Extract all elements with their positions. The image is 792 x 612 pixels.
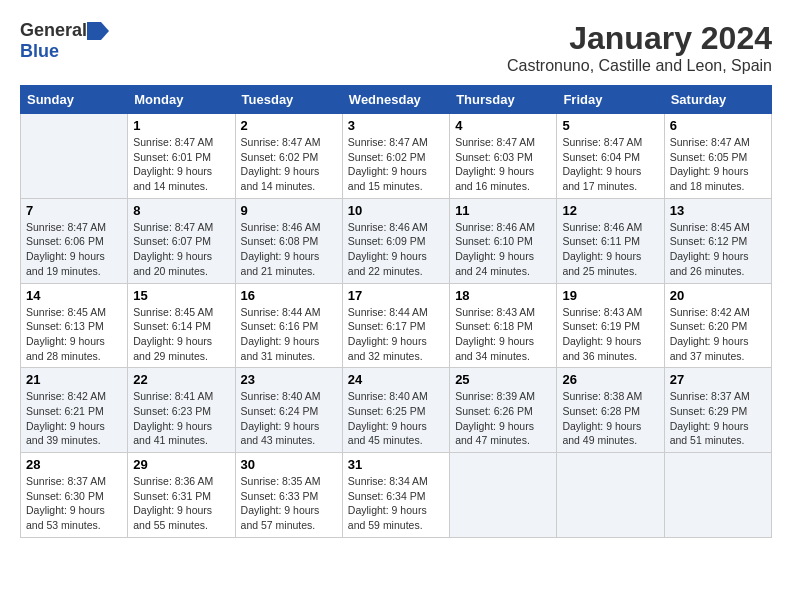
- calendar-cell: 26Sunrise: 8:38 AM Sunset: 6:28 PM Dayli…: [557, 368, 664, 453]
- day-number: 6: [670, 118, 766, 133]
- title-area: January 2024 Castronuno, Castille and Le…: [507, 20, 772, 75]
- day-info: Sunrise: 8:45 AM Sunset: 6:14 PM Dayligh…: [133, 305, 229, 364]
- day-info: Sunrise: 8:45 AM Sunset: 6:13 PM Dayligh…: [26, 305, 122, 364]
- day-number: 23: [241, 372, 337, 387]
- day-info: Sunrise: 8:47 AM Sunset: 6:01 PM Dayligh…: [133, 135, 229, 194]
- day-info: Sunrise: 8:40 AM Sunset: 6:24 PM Dayligh…: [241, 389, 337, 448]
- calendar-cell: 8Sunrise: 8:47 AM Sunset: 6:07 PM Daylig…: [128, 198, 235, 283]
- calendar-body: 1Sunrise: 8:47 AM Sunset: 6:01 PM Daylig…: [21, 114, 772, 538]
- calendar-cell: 14Sunrise: 8:45 AM Sunset: 6:13 PM Dayli…: [21, 283, 128, 368]
- calendar-cell: 11Sunrise: 8:46 AM Sunset: 6:10 PM Dayli…: [450, 198, 557, 283]
- day-number: 26: [562, 372, 658, 387]
- day-number: 8: [133, 203, 229, 218]
- header-thursday: Thursday: [450, 86, 557, 114]
- day-number: 11: [455, 203, 551, 218]
- calendar-cell: 30Sunrise: 8:35 AM Sunset: 6:33 PM Dayli…: [235, 453, 342, 538]
- day-number: 25: [455, 372, 551, 387]
- day-info: Sunrise: 8:37 AM Sunset: 6:30 PM Dayligh…: [26, 474, 122, 533]
- header-wednesday: Wednesday: [342, 86, 449, 114]
- day-info: Sunrise: 8:47 AM Sunset: 6:07 PM Dayligh…: [133, 220, 229, 279]
- logo-general-text: General: [20, 20, 87, 41]
- calendar-cell: 18Sunrise: 8:43 AM Sunset: 6:18 PM Dayli…: [450, 283, 557, 368]
- day-number: 22: [133, 372, 229, 387]
- day-info: Sunrise: 8:46 AM Sunset: 6:09 PM Dayligh…: [348, 220, 444, 279]
- week-row-1: 7Sunrise: 8:47 AM Sunset: 6:06 PM Daylig…: [21, 198, 772, 283]
- calendar-cell: 19Sunrise: 8:43 AM Sunset: 6:19 PM Dayli…: [557, 283, 664, 368]
- day-number: 3: [348, 118, 444, 133]
- month-title: January 2024: [507, 20, 772, 57]
- calendar-cell: [664, 453, 771, 538]
- day-info: Sunrise: 8:42 AM Sunset: 6:21 PM Dayligh…: [26, 389, 122, 448]
- calendar-cell: 16Sunrise: 8:44 AM Sunset: 6:16 PM Dayli…: [235, 283, 342, 368]
- day-number: 19: [562, 288, 658, 303]
- calendar-table: SundayMondayTuesdayWednesdayThursdayFrid…: [20, 85, 772, 538]
- day-number: 30: [241, 457, 337, 472]
- day-info: Sunrise: 8:46 AM Sunset: 6:08 PM Dayligh…: [241, 220, 337, 279]
- day-number: 28: [26, 457, 122, 472]
- day-info: Sunrise: 8:44 AM Sunset: 6:16 PM Dayligh…: [241, 305, 337, 364]
- day-number: 18: [455, 288, 551, 303]
- day-info: Sunrise: 8:47 AM Sunset: 6:03 PM Dayligh…: [455, 135, 551, 194]
- day-info: Sunrise: 8:40 AM Sunset: 6:25 PM Dayligh…: [348, 389, 444, 448]
- calendar-cell: 1Sunrise: 8:47 AM Sunset: 6:01 PM Daylig…: [128, 114, 235, 199]
- calendar-cell: [450, 453, 557, 538]
- calendar-cell: 9Sunrise: 8:46 AM Sunset: 6:08 PM Daylig…: [235, 198, 342, 283]
- day-number: 10: [348, 203, 444, 218]
- calendar-cell: 12Sunrise: 8:46 AM Sunset: 6:11 PM Dayli…: [557, 198, 664, 283]
- day-number: 29: [133, 457, 229, 472]
- calendar-cell: 7Sunrise: 8:47 AM Sunset: 6:06 PM Daylig…: [21, 198, 128, 283]
- day-info: Sunrise: 8:45 AM Sunset: 6:12 PM Dayligh…: [670, 220, 766, 279]
- calendar-cell: 25Sunrise: 8:39 AM Sunset: 6:26 PM Dayli…: [450, 368, 557, 453]
- day-info: Sunrise: 8:47 AM Sunset: 6:02 PM Dayligh…: [348, 135, 444, 194]
- day-info: Sunrise: 8:47 AM Sunset: 6:05 PM Dayligh…: [670, 135, 766, 194]
- day-number: 27: [670, 372, 766, 387]
- day-of-week-header: SundayMondayTuesdayWednesdayThursdayFrid…: [21, 86, 772, 114]
- calendar-cell: 24Sunrise: 8:40 AM Sunset: 6:25 PM Dayli…: [342, 368, 449, 453]
- calendar-cell: 22Sunrise: 8:41 AM Sunset: 6:23 PM Dayli…: [128, 368, 235, 453]
- calendar-cell: 21Sunrise: 8:42 AM Sunset: 6:21 PM Dayli…: [21, 368, 128, 453]
- calendar-cell: 20Sunrise: 8:42 AM Sunset: 6:20 PM Dayli…: [664, 283, 771, 368]
- logo: General Blue: [20, 20, 109, 62]
- week-row-4: 28Sunrise: 8:37 AM Sunset: 6:30 PM Dayli…: [21, 453, 772, 538]
- svg-marker-0: [87, 22, 109, 40]
- header: General Blue January 2024 Castronuno, Ca…: [20, 20, 772, 75]
- header-monday: Monday: [128, 86, 235, 114]
- day-info: Sunrise: 8:46 AM Sunset: 6:11 PM Dayligh…: [562, 220, 658, 279]
- day-info: Sunrise: 8:36 AM Sunset: 6:31 PM Dayligh…: [133, 474, 229, 533]
- day-info: Sunrise: 8:38 AM Sunset: 6:28 PM Dayligh…: [562, 389, 658, 448]
- header-tuesday: Tuesday: [235, 86, 342, 114]
- day-number: 13: [670, 203, 766, 218]
- day-info: Sunrise: 8:46 AM Sunset: 6:10 PM Dayligh…: [455, 220, 551, 279]
- day-info: Sunrise: 8:47 AM Sunset: 6:06 PM Dayligh…: [26, 220, 122, 279]
- calendar-cell: [21, 114, 128, 199]
- calendar-cell: 29Sunrise: 8:36 AM Sunset: 6:31 PM Dayli…: [128, 453, 235, 538]
- day-number: 14: [26, 288, 122, 303]
- week-row-3: 21Sunrise: 8:42 AM Sunset: 6:21 PM Dayli…: [21, 368, 772, 453]
- calendar-cell: 6Sunrise: 8:47 AM Sunset: 6:05 PM Daylig…: [664, 114, 771, 199]
- day-number: 7: [26, 203, 122, 218]
- week-row-2: 14Sunrise: 8:45 AM Sunset: 6:13 PM Dayli…: [21, 283, 772, 368]
- calendar-cell: 2Sunrise: 8:47 AM Sunset: 6:02 PM Daylig…: [235, 114, 342, 199]
- day-number: 2: [241, 118, 337, 133]
- day-number: 9: [241, 203, 337, 218]
- header-saturday: Saturday: [664, 86, 771, 114]
- day-number: 12: [562, 203, 658, 218]
- day-number: 5: [562, 118, 658, 133]
- calendar-cell: 27Sunrise: 8:37 AM Sunset: 6:29 PM Dayli…: [664, 368, 771, 453]
- week-row-0: 1Sunrise: 8:47 AM Sunset: 6:01 PM Daylig…: [21, 114, 772, 199]
- day-number: 16: [241, 288, 337, 303]
- day-number: 1: [133, 118, 229, 133]
- day-number: 4: [455, 118, 551, 133]
- logo-blue-text: Blue: [20, 41, 59, 62]
- calendar-cell: 28Sunrise: 8:37 AM Sunset: 6:30 PM Dayli…: [21, 453, 128, 538]
- calendar-cell: 17Sunrise: 8:44 AM Sunset: 6:17 PM Dayli…: [342, 283, 449, 368]
- day-info: Sunrise: 8:41 AM Sunset: 6:23 PM Dayligh…: [133, 389, 229, 448]
- day-info: Sunrise: 8:47 AM Sunset: 6:04 PM Dayligh…: [562, 135, 658, 194]
- logo-icon: [87, 22, 109, 40]
- calendar-cell: 31Sunrise: 8:34 AM Sunset: 6:34 PM Dayli…: [342, 453, 449, 538]
- day-number: 17: [348, 288, 444, 303]
- day-info: Sunrise: 8:35 AM Sunset: 6:33 PM Dayligh…: [241, 474, 337, 533]
- day-info: Sunrise: 8:34 AM Sunset: 6:34 PM Dayligh…: [348, 474, 444, 533]
- day-info: Sunrise: 8:42 AM Sunset: 6:20 PM Dayligh…: [670, 305, 766, 364]
- day-info: Sunrise: 8:39 AM Sunset: 6:26 PM Dayligh…: [455, 389, 551, 448]
